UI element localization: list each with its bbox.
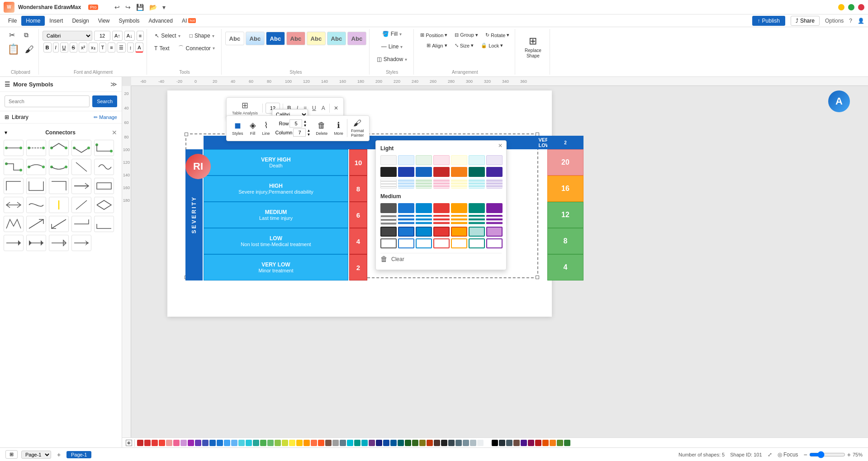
- style-med-2[interactable]: [398, 203, 414, 213]
- connector-item-25[interactable]: [94, 216, 114, 232]
- style-med-20[interactable]: [469, 227, 485, 237]
- manage-button[interactable]: ✏ Manage: [94, 114, 117, 120]
- color-swatch[interactable]: [441, 440, 447, 446]
- align-button[interactable]: ≡: [137, 31, 144, 41]
- connector-item-3[interactable]: [49, 140, 69, 156]
- position-button[interactable]: ⊞ Position ▾: [417, 31, 450, 39]
- fill-button[interactable]: 🪣 Fill ▾: [379, 29, 405, 39]
- style-med-27[interactable]: [469, 238, 485, 248]
- copy-button[interactable]: ⧉: [20, 29, 33, 41]
- publish-button[interactable]: ↑ Publish: [752, 16, 785, 26]
- color-swatch[interactable]: [202, 440, 209, 446]
- color-swatch[interactable]: [231, 440, 237, 446]
- style-striped-4[interactable]: [433, 179, 450, 189]
- table-line-button[interactable]: ⌇ Line: [260, 119, 273, 138]
- color-swatch[interactable]: [354, 440, 360, 446]
- zoom-slider[interactable]: [809, 451, 845, 458]
- style-striped-1[interactable]: [380, 179, 397, 189]
- line-button[interactable]: — Line ▾: [378, 42, 407, 52]
- connector-item-29[interactable]: [71, 235, 91, 251]
- connectors-close-button[interactable]: ✕: [112, 129, 117, 136]
- style-med-18[interactable]: [433, 227, 450, 237]
- style-swatch-3[interactable]: Abc: [266, 32, 285, 45]
- connector-item-12[interactable]: [26, 178, 46, 194]
- table-more-button[interactable]: ℹ More: [331, 119, 346, 138]
- select-button[interactable]: ↖ Select ▾: [151, 31, 184, 41]
- color-swatch[interactable]: [209, 440, 216, 446]
- color-swatch[interactable]: [463, 440, 469, 446]
- font-size-input[interactable]: [94, 31, 110, 41]
- connector-item-17[interactable]: [26, 197, 46, 213]
- style-med-14[interactable]: [486, 215, 503, 225]
- style-med-28[interactable]: [486, 238, 503, 248]
- cut-button[interactable]: ✂: [5, 29, 18, 41]
- row-very-high[interactable]: VERY HIGH Death: [204, 149, 348, 176]
- connector-item-28[interactable]: [49, 235, 69, 251]
- style-light-7[interactable]: [486, 155, 503, 165]
- style-dark-7[interactable]: [486, 167, 503, 177]
- menu-advanced[interactable]: Advanced: [144, 16, 177, 26]
- color-swatch[interactable]: [289, 440, 295, 446]
- style-striped-5[interactable]: [451, 179, 467, 189]
- style-med-19[interactable]: [451, 227, 467, 237]
- color-swatch[interactable]: [166, 440, 172, 446]
- underline-button[interactable]: U: [60, 43, 68, 52]
- color-swatch[interactable]: [282, 440, 288, 446]
- color-swatch[interactable]: [455, 440, 462, 446]
- color-swatch[interactable]: [550, 440, 556, 446]
- color-swatch[interactable]: [296, 440, 303, 446]
- connector-item-14[interactable]: [71, 178, 91, 194]
- connector-item-11[interactable]: [4, 178, 24, 194]
- paste-button[interactable]: 📋: [5, 43, 21, 56]
- color-swatch[interactable]: [332, 440, 339, 446]
- row-very-low[interactable]: VERY LOW Minor treatment: [204, 254, 348, 280]
- size-button[interactable]: ⤡ Size ▾: [452, 41, 476, 50]
- connector-item-19[interactable]: [71, 197, 91, 213]
- style-med-13[interactable]: [469, 215, 485, 225]
- rotate-button[interactable]: ↻ Rotate ▾: [483, 31, 512, 39]
- style-med-6[interactable]: [469, 203, 485, 213]
- color-swatch[interactable]: [253, 440, 259, 446]
- replace-shape-button[interactable]: ⊞ Replace Shape: [519, 33, 547, 62]
- search-input[interactable]: [5, 95, 90, 107]
- more-button[interactable]: ▾: [161, 3, 167, 12]
- options-button[interactable]: Options: [825, 18, 844, 24]
- style-med-5[interactable]: [451, 203, 467, 213]
- color-swatch[interactable]: [304, 440, 310, 446]
- color-swatch[interactable]: [267, 440, 274, 446]
- color-swatch[interactable]: [325, 440, 332, 446]
- superscript-button[interactable]: x²: [79, 43, 87, 52]
- connector-item-4[interactable]: [71, 140, 91, 156]
- style-med-24[interactable]: [416, 238, 432, 248]
- style-swatch-7[interactable]: Abc: [347, 32, 366, 45]
- focus-button[interactable]: ◎ Focus: [778, 451, 798, 458]
- search-button[interactable]: Search: [92, 95, 117, 107]
- bold-button[interactable]: B: [43, 43, 52, 52]
- table-fill-button[interactable]: ◈ Fill: [247, 119, 259, 138]
- text-button[interactable]: T Text: [151, 43, 173, 53]
- color-swatch[interactable]: [398, 440, 404, 446]
- style-med-1[interactable]: [380, 203, 397, 213]
- color-swatch[interactable]: [224, 440, 230, 446]
- styles-dropdown-close-button[interactable]: ✕: [498, 143, 503, 149]
- connector-item-8[interactable]: [49, 159, 69, 175]
- connector-item-15[interactable]: [94, 178, 114, 194]
- save-button[interactable]: 💾: [134, 3, 146, 12]
- format-painter-button[interactable]: 🖌 FormatPainter: [348, 117, 367, 140]
- connector-item-5[interactable]: [94, 140, 114, 156]
- menu-design[interactable]: Design: [67, 16, 93, 26]
- color-swatch[interactable]: [557, 440, 563, 446]
- font-decrease-button[interactable]: A↓: [124, 31, 135, 41]
- color-swatch[interactable]: [238, 440, 245, 446]
- connector-item-9[interactable]: [71, 159, 91, 175]
- color-swatch[interactable]: [427, 440, 433, 446]
- style-med-8[interactable]: [380, 215, 397, 225]
- float-table-analysis-button[interactable]: ⊞ Table Analysis: [230, 100, 260, 116]
- style-med-16[interactable]: [398, 227, 414, 237]
- account-button[interactable]: 👤: [858, 18, 864, 24]
- help-button[interactable]: ?: [849, 18, 852, 24]
- float-close-button[interactable]: ✕: [332, 104, 340, 112]
- table-styles-button[interactable]: ◼ Styles: [229, 119, 246, 138]
- font-increase-button[interactable]: A↑: [112, 31, 123, 41]
- color-swatch[interactable]: [188, 440, 194, 446]
